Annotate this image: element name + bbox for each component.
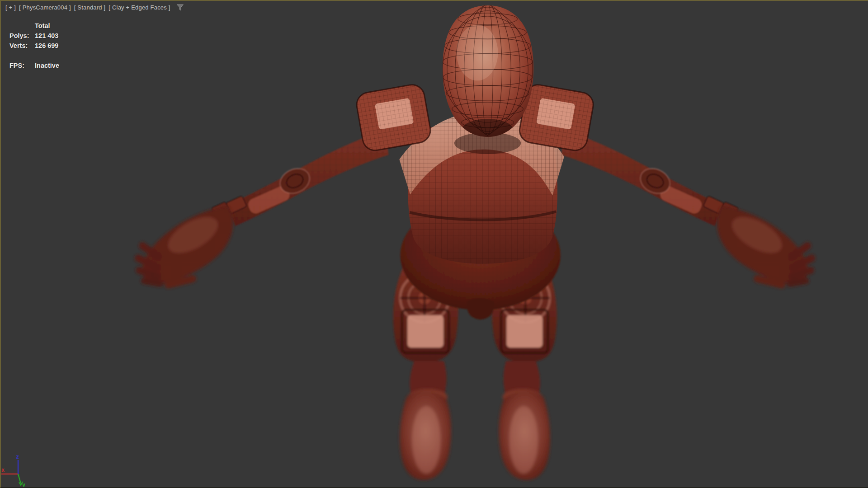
- axis-x-label: x: [1, 467, 5, 473]
- stats-verts-value: 126 699: [35, 41, 58, 51]
- stats-verts-label: Verts:: [9, 41, 35, 51]
- viewport-menu-general[interactable]: [ + ]: [5, 4, 16, 11]
- viewport[interactable]: [ + ] [ PhysCamera004 ] [ Standard ] [ C…: [0, 0, 868, 488]
- robot-left-foot: [400, 389, 451, 480]
- viewport-menu-shading[interactable]: [ Clay + Edged Faces ]: [108, 4, 170, 11]
- robot-left-shoulder-pad: [355, 83, 433, 152]
- stats-fps-row: FPS: Inactive: [9, 61, 59, 70]
- axis-y-label: y: [22, 482, 25, 487]
- scene-render: [1, 1, 868, 487]
- stats-total-header: Total: [35, 21, 50, 31]
- stats-header-row: Total: [9, 21, 59, 31]
- stats-polys-value: 121 403: [35, 31, 58, 41]
- stats-header-spacer: [9, 21, 35, 31]
- robot-left-hand: [133, 206, 233, 289]
- robot-left-arm: [212, 130, 389, 226]
- viewport-menu-pov[interactable]: [ PhysCamera004 ]: [19, 4, 71, 11]
- robot-right-arm: [561, 130, 739, 226]
- statistics-overlay: Total Polys: 121 403 Verts: 126 699 FPS:…: [9, 21, 59, 70]
- stats-polys-label: Polys:: [9, 31, 35, 41]
- axis-z-label: z: [16, 454, 19, 460]
- viewport-label-bar: [ + ] [ PhysCamera004 ] [ Standard ] [ C…: [5, 4, 184, 11]
- world-axis-tripod: z x y: [1, 454, 33, 487]
- robot-right-hand: [717, 206, 816, 289]
- funnel-icon[interactable]: [176, 4, 184, 11]
- stats-verts-row: Verts: 126 699: [9, 41, 59, 51]
- stats-fps-value: Inactive: [35, 61, 59, 70]
- stats-polys-row: Polys: 121 403: [9, 31, 59, 41]
- robot-model[interactable]: [133, 3, 816, 480]
- stats-fps-label: FPS:: [9, 61, 35, 70]
- viewport-menu-standard[interactable]: [ Standard ]: [74, 4, 106, 11]
- robot-right-foot: [499, 389, 550, 480]
